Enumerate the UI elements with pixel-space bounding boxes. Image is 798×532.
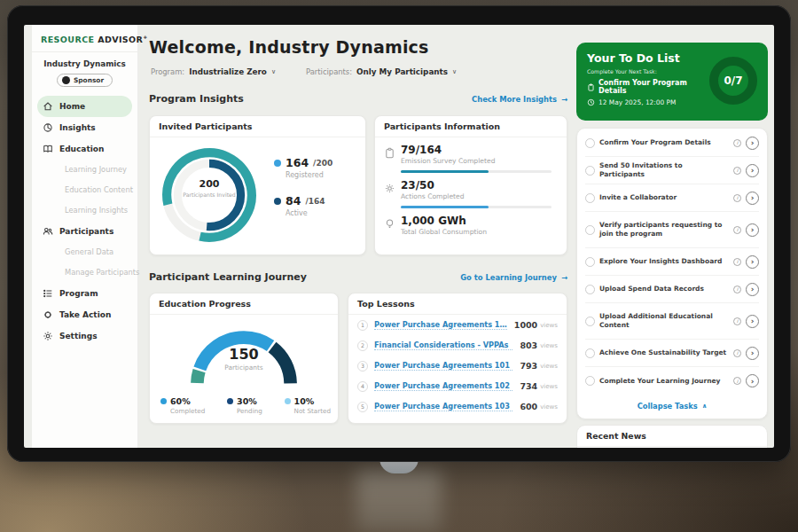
legend-value: 164 bbox=[286, 156, 309, 169]
filters-bar: Program: Industrialize Zero ∨ Participan… bbox=[151, 67, 457, 76]
program-dropdown[interactable]: Program: Industrialize Zero ∨ bbox=[151, 67, 276, 76]
todo-list-card: Confirm Your Program Details i › Send 50… bbox=[576, 128, 768, 419]
todo-progress-ring: 0/7 bbox=[709, 57, 757, 105]
chevron-right-button[interactable]: › bbox=[746, 192, 759, 205]
info-icon[interactable]: i bbox=[733, 167, 741, 175]
next-task-label: Confirm Your Program Details bbox=[598, 79, 706, 95]
lesson-link[interactable]: Power Purchase Agreements 102 bbox=[374, 381, 512, 391]
section-title: Program Insights bbox=[149, 93, 244, 105]
chevron-right-button[interactable]: › bbox=[746, 164, 759, 177]
sponsor-badge: Sponsor bbox=[57, 74, 113, 87]
sidebar-item-learning-journey[interactable]: Learning Journey bbox=[37, 160, 132, 180]
legend-dot bbox=[274, 160, 281, 167]
chevron-right-icon: › bbox=[751, 257, 755, 266]
next-task-row[interactable]: Confirm Your Program Details bbox=[587, 79, 706, 95]
info-icon[interactable]: i bbox=[733, 349, 741, 357]
lesson-views: 793 bbox=[520, 361, 537, 371]
lesson-rank: 4 bbox=[357, 381, 368, 392]
todo-item[interactable]: Upload Spend Data Records i › bbox=[585, 276, 759, 303]
lesson-views-suffix: views bbox=[540, 342, 558, 349]
todo-item[interactable]: Complete Your Learning Journey i › bbox=[585, 367, 759, 395]
stat-value: 79/164 bbox=[401, 145, 552, 156]
home-icon bbox=[43, 101, 53, 112]
chevron-right-button[interactable]: › bbox=[746, 137, 759, 150]
sidebar-item-general-data[interactable]: General Data bbox=[37, 242, 132, 262]
sidebar-item-home[interactable]: Home bbox=[37, 96, 132, 117]
lesson-link[interactable]: Financial Considerations - VPPAs bbox=[374, 340, 512, 350]
todo-item[interactable]: Explore Your Insights Dashboard i › bbox=[585, 248, 759, 276]
sidebar-item-take-action[interactable]: Take Action bbox=[37, 304, 132, 325]
checkbox[interactable] bbox=[585, 285, 595, 294]
todo-item-label: Send 50 Invitations to Participants bbox=[599, 161, 729, 179]
legend-label: Completed bbox=[170, 407, 205, 415]
chevron-right-icon: › bbox=[751, 193, 755, 202]
chevron-right-button[interactable]: › bbox=[746, 347, 759, 360]
collapse-tasks-link[interactable]: Collapse Tasks ∧ bbox=[577, 395, 767, 418]
todo-item[interactable]: Send 50 Invitations to Participants i › bbox=[585, 157, 759, 184]
logo-text-secondary: ADVISOR bbox=[98, 35, 143, 44]
chevron-right-button[interactable]: › bbox=[746, 223, 759, 237]
program-icon bbox=[43, 288, 53, 299]
info-icon[interactable]: i bbox=[733, 317, 741, 325]
checkbox[interactable] bbox=[585, 138, 595, 148]
due-date-label: 12 May 2025, 12:00 PM bbox=[598, 98, 676, 106]
checkbox[interactable] bbox=[585, 376, 595, 386]
todo-item[interactable]: Upload Additional Educational Content i … bbox=[585, 303, 759, 340]
todo-item[interactable]: Invite a Collaborator i › bbox=[585, 184, 759, 212]
todo-item[interactable]: Achieve One Sustainability Target i › bbox=[585, 340, 759, 367]
participants-dropdown[interactable]: Participants: Only My Participants ∨ bbox=[306, 67, 457, 76]
sponsor-badge-label: Sponsor bbox=[74, 76, 104, 84]
info-icon[interactable]: i bbox=[733, 226, 741, 234]
clipboard-icon bbox=[587, 83, 595, 91]
checkbox[interactable] bbox=[585, 348, 595, 358]
sidebar-item-education-content[interactable]: Education Content bbox=[37, 180, 132, 200]
lesson-link[interactable]: Power Purchase Agreements 101 bbox=[374, 320, 507, 330]
sidebar-subitem-label: Manage Participants bbox=[65, 268, 139, 277]
checkbox[interactable] bbox=[585, 317, 595, 326]
chevron-right-button[interactable]: › bbox=[746, 315, 759, 328]
participants-icon bbox=[43, 226, 53, 237]
link-label: Check More Insights bbox=[472, 95, 557, 104]
chevron-down-icon: ∨ bbox=[271, 68, 276, 75]
todo-item[interactable]: Verify participants requesting to join t… bbox=[585, 212, 759, 248]
sidebar-item-manage-participants[interactable]: Manage Participants bbox=[37, 262, 132, 283]
chevron-right-button[interactable]: › bbox=[746, 374, 759, 387]
sidebar-item-participants[interactable]: Participants bbox=[37, 221, 132, 242]
sidebar-item-label: Education bbox=[59, 145, 104, 153]
sidebar-item-learning-insights[interactable]: Learning Insights bbox=[37, 200, 132, 221]
lesson-link[interactable]: Power Purchase Agreements 103 bbox=[374, 402, 512, 411]
todo-item-label: Invite a Collaborator bbox=[599, 193, 729, 202]
sidebar-item-settings[interactable]: Settings bbox=[37, 325, 132, 347]
info-icon[interactable]: i bbox=[733, 258, 741, 266]
info-icon[interactable]: i bbox=[733, 286, 741, 293]
education-icon bbox=[43, 144, 53, 154]
lesson-views-suffix: views bbox=[540, 383, 558, 390]
checkbox[interactable] bbox=[585, 166, 595, 176]
checkbox[interactable] bbox=[585, 225, 595, 235]
checkbox[interactable] bbox=[585, 193, 595, 203]
sidebar-item-label: Participants bbox=[59, 227, 113, 236]
lesson-link[interactable]: Power Purchase Agreements 101 bbox=[374, 361, 512, 371]
monitor-bezel: RESOURCE ADVISOR+ Industry Dynamics Spon… bbox=[7, 5, 791, 462]
check-more-insights-link[interactable]: Check More Insights → bbox=[472, 95, 567, 104]
sidebar-item-program[interactable]: Program bbox=[37, 283, 132, 304]
todo-counter: 0/7 bbox=[724, 74, 742, 87]
chevron-right-button[interactable]: › bbox=[746, 283, 759, 296]
legend-label: Registered bbox=[286, 171, 332, 179]
sidebar-item-label: Insights bbox=[59, 123, 96, 132]
legend-label: Active bbox=[286, 209, 332, 217]
info-icon[interactable]: i bbox=[733, 377, 741, 385]
todo-item[interactable]: Confirm Your Program Details i › bbox=[585, 129, 759, 157]
chevron-right-button[interactable]: › bbox=[746, 255, 759, 269]
card-title: Participants Information bbox=[375, 116, 567, 137]
sidebar-item-insights[interactable]: Insights bbox=[37, 117, 132, 138]
info-icon[interactable]: i bbox=[733, 139, 741, 147]
checkbox[interactable] bbox=[585, 257, 595, 267]
info-icon[interactable]: i bbox=[733, 194, 741, 202]
go-to-learning-journey-link[interactable]: Go to Learning Journey → bbox=[460, 273, 567, 282]
lesson-views: 1000 bbox=[514, 320, 537, 330]
sidebar-item-education[interactable]: Education bbox=[37, 138, 132, 160]
legend-dot bbox=[285, 398, 291, 404]
lesson-rank: 5 bbox=[357, 402, 368, 412]
stat-emission-survey: 79/164 Emission Survey Completed bbox=[375, 137, 567, 173]
